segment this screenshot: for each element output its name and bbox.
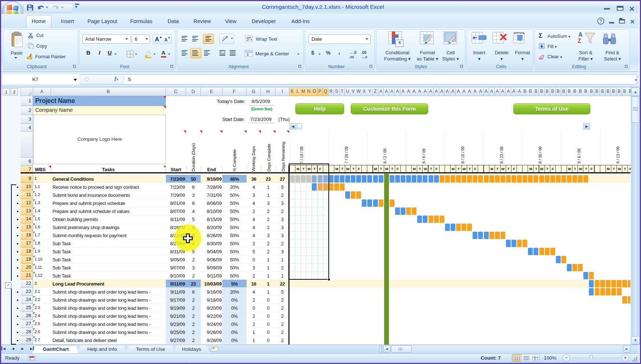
svg-text:a: a	[247, 52, 249, 56]
